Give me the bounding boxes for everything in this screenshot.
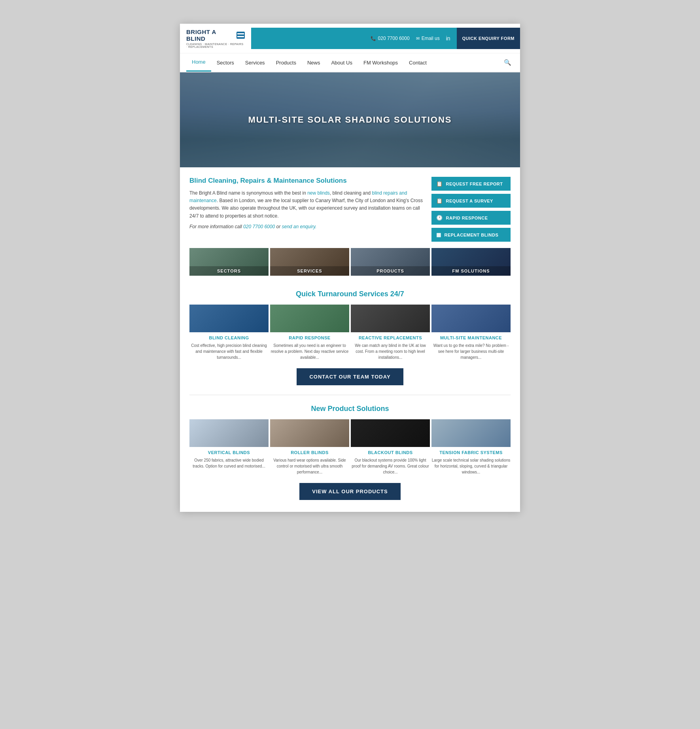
btn-replacement-blinds[interactable]: ▦ REPLACEMENT BLINDS bbox=[431, 228, 511, 242]
service-reactive: REACTIVE REPLACEMENTS We can match any b… bbox=[351, 305, 430, 360]
replacement-icon: ▦ bbox=[436, 232, 441, 238]
service-cleaning-desc: Cost effective, high precision blind cle… bbox=[189, 343, 269, 360]
search-icon[interactable]: 🔍 bbox=[501, 53, 514, 72]
card-services[interactable]: SERVICES bbox=[270, 248, 349, 276]
product-tension-img bbox=[431, 419, 511, 447]
cta-button[interactable]: CONTACT OUR TEAM TODAY bbox=[297, 368, 403, 385]
email-icon: ✉ bbox=[416, 36, 420, 41]
brand-tagline: CLEANING · MAINTENANCE · REPAIRS · REPLA… bbox=[186, 43, 245, 48]
product-vertical-desc: Over 250 fabrics, attractive wide bodied… bbox=[189, 457, 269, 469]
service-grid: BLIND CLEANING Cost effective, high prec… bbox=[180, 305, 520, 360]
rapid-icon: 🕐 bbox=[436, 215, 443, 221]
btn-replacement-label: REPLACEMENT BLINDS bbox=[445, 233, 499, 237]
nav-services[interactable]: Services bbox=[240, 54, 271, 71]
hero-banner: MULTI-SITE SOLAR SHADING SOLUTIONS bbox=[180, 72, 520, 167]
btn-survey-label: REQUEST A SURVEY bbox=[446, 199, 493, 203]
product-roller-img bbox=[270, 419, 349, 447]
contact-bar: 📞 020 7700 6000 ✉ Email us in bbox=[251, 28, 457, 49]
product-roller: ROLLER BLINDS Various hard wear options … bbox=[270, 419, 349, 475]
sidebar-buttons: 📋 REQUEST FREE REPORT 📋 REQUEST A SURVEY… bbox=[431, 177, 511, 242]
card-fm[interactable]: FM SOLUTIONS bbox=[431, 248, 511, 276]
btn-rapid-label: RAPID RESPONCE bbox=[446, 216, 488, 220]
product-blackout-img bbox=[351, 419, 430, 447]
service-cleaning-title: BLIND CLEANING bbox=[189, 335, 269, 340]
service-rapid-img bbox=[270, 305, 349, 332]
product-tension-desc: Large scale technical solar shading solu… bbox=[431, 457, 511, 475]
logo-icon bbox=[236, 32, 245, 39]
nav-home[interactable]: Home bbox=[186, 53, 211, 72]
product-blackout-desc: Our blackout systems provide 100% light … bbox=[351, 457, 430, 475]
divider-1 bbox=[189, 395, 511, 395]
btn-rapid-response[interactable]: 🕐 RAPID RESPONCE bbox=[431, 211, 511, 225]
nav-about[interactable]: About Us bbox=[325, 54, 358, 71]
nav-news[interactable]: News bbox=[302, 54, 326, 71]
product-blackout-title: BLACKOUT BLINDS bbox=[351, 450, 430, 455]
category-grid: SECTORS SERVICES PRODUCTS FM SOLUTIONS bbox=[180, 248, 520, 282]
quick-services-heading: Quick Turnaround Services 24/7 bbox=[180, 282, 520, 305]
nav-bar: Home Sectors Services Products News Abou… bbox=[180, 53, 520, 72]
service-multisite-img bbox=[431, 305, 511, 332]
link-email-enquiry[interactable]: send an enquiry. bbox=[282, 224, 316, 229]
report-icon: 📋 bbox=[436, 181, 443, 187]
intro-para1: The Bright A Blind name is synonymous wi… bbox=[189, 189, 424, 220]
cta-wrap: CONTACT OUR TEAM TODAY bbox=[180, 360, 520, 393]
intro-heading: Blind Cleaning, Repairs & Maintenance So… bbox=[189, 177, 424, 185]
phone-icon: 📞 bbox=[371, 36, 376, 41]
hero-title: MULTI-SITE SOLAR SHADING SOLUTIONS bbox=[248, 115, 452, 125]
product-vertical-title: VERTICAL BLINDS bbox=[189, 450, 269, 455]
btn-request-survey[interactable]: 📋 REQUEST A SURVEY bbox=[431, 194, 511, 208]
enquiry-button[interactable]: QUICK ENQUIRY FORM bbox=[457, 28, 520, 49]
products-heading: New Product Solutions bbox=[180, 397, 520, 419]
product-roller-title: ROLLER BLINDS bbox=[270, 450, 349, 455]
service-rapid-title: RAPID RESPONSE bbox=[270, 335, 349, 340]
email-contact: ✉ Email us bbox=[416, 36, 440, 41]
service-multisite: MULTI-SITE MAINTENANCE Want us to go the… bbox=[431, 305, 511, 360]
link-new-blinds[interactable]: new blinds bbox=[307, 190, 330, 196]
card-sectors-label: SECTORS bbox=[189, 266, 269, 276]
product-vertical-img bbox=[189, 419, 269, 447]
service-rapid-desc: Sometimes all you need is an engineer to… bbox=[270, 343, 349, 360]
survey-icon: 📋 bbox=[436, 198, 443, 204]
product-roller-desc: Various hard wear options available. Sid… bbox=[270, 457, 349, 475]
service-cleaning: BLIND CLEANING Cost effective, high prec… bbox=[189, 305, 269, 360]
view-all-button[interactable]: VIEW ALL OUR PRODUCTS bbox=[299, 483, 400, 500]
btn-request-report[interactable]: 📋 REQUEST FREE REPORT bbox=[431, 177, 511, 191]
nav-sectors[interactable]: Sectors bbox=[211, 54, 240, 71]
card-fm-label: FM SOLUTIONS bbox=[431, 266, 511, 276]
card-sectors[interactable]: SECTORS bbox=[189, 248, 269, 276]
btn-report-label: REQUEST FREE REPORT bbox=[446, 182, 503, 186]
nav-contact[interactable]: Contact bbox=[403, 54, 432, 71]
product-blackout: BLACKOUT BLINDS Our blackout systems pro… bbox=[351, 419, 430, 475]
link-blind-repairs[interactable]: blind repairs and maintenance bbox=[189, 190, 407, 203]
intro-para2: For more information call 020 7700 6000 … bbox=[189, 224, 424, 229]
product-vertical: VERTICAL BLINDS Over 250 fabrics, attrac… bbox=[189, 419, 269, 475]
product-grid: VERTICAL BLINDS Over 250 fabrics, attrac… bbox=[180, 419, 520, 475]
phone-number[interactable]: 020 7700 6000 bbox=[378, 36, 410, 41]
card-products-label: PRODUCTS bbox=[351, 266, 430, 276]
nav-products[interactable]: Products bbox=[271, 54, 302, 71]
page-wrapper: BRIGHT A BLIND CLEANING · MAINTENANCE · … bbox=[180, 24, 520, 512]
logo: BRIGHT A BLIND bbox=[186, 28, 245, 42]
logo-area: BRIGHT A BLIND CLEANING · MAINTENANCE · … bbox=[180, 24, 251, 53]
top-bar: BRIGHT A BLIND CLEANING · MAINTENANCE · … bbox=[180, 24, 520, 53]
service-rapid: RAPID RESPONSE Sometimes all you need is… bbox=[270, 305, 349, 360]
view-all-wrap: VIEW ALL OUR PRODUCTS bbox=[180, 475, 520, 512]
card-products[interactable]: PRODUCTS bbox=[351, 248, 430, 276]
brand-name: BRIGHT A BLIND bbox=[186, 28, 235, 42]
product-tension: TENSION FABRIC SYSTEMS Large scale techn… bbox=[431, 419, 511, 475]
service-reactive-title: REACTIVE REPLACEMENTS bbox=[351, 335, 430, 340]
card-services-label: SERVICES bbox=[270, 266, 349, 276]
intro-section: Blind Cleaning, Repairs & Maintenance So… bbox=[180, 167, 520, 248]
service-reactive-desc: We can match any blind in the UK at low … bbox=[351, 343, 430, 360]
service-cleaning-img bbox=[189, 305, 269, 332]
linkedin-icon[interactable]: in bbox=[446, 35, 450, 42]
intro-main: Blind Cleaning, Repairs & Maintenance So… bbox=[189, 177, 424, 242]
link-phone[interactable]: 020 7700 6000 bbox=[243, 224, 275, 229]
email-label[interactable]: Email us bbox=[422, 36, 440, 41]
service-multisite-desc: Want us to go the extra mile? No problem… bbox=[431, 343, 511, 360]
nav-fm[interactable]: FM Workshops bbox=[358, 54, 403, 71]
service-reactive-img bbox=[351, 305, 430, 332]
phone-contact: 📞 020 7700 6000 bbox=[371, 36, 410, 41]
product-tension-title: TENSION FABRIC SYSTEMS bbox=[431, 450, 511, 455]
service-multisite-title: MULTI-SITE MAINTENANCE bbox=[431, 335, 511, 340]
